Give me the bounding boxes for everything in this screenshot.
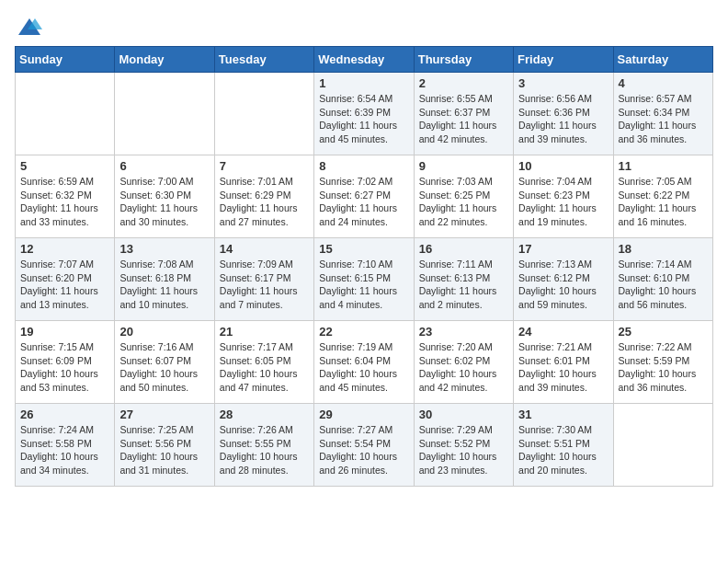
day-info: Sunrise: 7:03 AMSunset: 6:25 PMDaylight:… (419, 175, 508, 229)
day-info: Sunrise: 6:54 AMSunset: 6:39 PMDaylight:… (319, 92, 408, 146)
day-number: 26 (20, 408, 109, 421)
day-info: Sunrise: 7:05 AMSunset: 6:22 PMDaylight:… (619, 175, 708, 229)
day-info: Sunrise: 7:19 AMSunset: 6:04 PMDaylight:… (319, 340, 408, 395)
day-number: 27 (119, 408, 209, 421)
day-number: 22 (319, 325, 408, 339)
day-info: Sunrise: 7:08 AMSunset: 6:18 PMDaylight:… (119, 258, 209, 312)
day-cell: 6Sunrise: 7:00 AMSunset: 6:30 PMDaylight… (115, 155, 214, 238)
day-number: 30 (419, 408, 508, 421)
day-cell (214, 73, 313, 155)
day-info: Sunrise: 7:13 AMSunset: 6:12 PMDaylight:… (518, 258, 608, 312)
day-number: 31 (518, 408, 608, 421)
day-number: 23 (419, 325, 508, 339)
day-number: 24 (518, 325, 608, 339)
day-number: 17 (518, 242, 608, 256)
weekday-header-friday: Friday (514, 47, 613, 73)
day-cell: 18Sunrise: 7:14 AMSunset: 6:10 PMDayligh… (613, 238, 712, 321)
day-cell: 24Sunrise: 7:21 AMSunset: 6:01 PMDayligh… (514, 321, 613, 404)
day-number: 25 (619, 325, 708, 339)
day-info: Sunrise: 6:59 AMSunset: 6:32 PMDaylight:… (20, 175, 109, 229)
day-info: Sunrise: 7:25 AMSunset: 5:56 PMDaylight:… (119, 423, 209, 477)
day-number: 29 (319, 408, 408, 421)
calendar: SundayMondayTuesdayWednesdayThursdayFrid… (15, 46, 713, 487)
day-info: Sunrise: 7:15 AMSunset: 6:09 PMDaylight:… (20, 340, 109, 395)
day-info: Sunrise: 6:55 AMSunset: 6:37 PMDaylight:… (419, 92, 508, 146)
day-info: Sunrise: 7:24 AMSunset: 5:58 PMDaylight:… (20, 423, 109, 477)
day-number: 4 (619, 76, 708, 90)
day-cell: 8Sunrise: 7:02 AMSunset: 6:27 PMDaylight… (314, 155, 414, 238)
day-info: Sunrise: 7:20 AMSunset: 6:02 PMDaylight:… (419, 340, 508, 395)
day-info: Sunrise: 7:02 AMSunset: 6:27 PMDaylight:… (319, 175, 408, 229)
day-number: 20 (119, 325, 209, 339)
weekday-header-wednesday: Wednesday (314, 47, 414, 73)
day-cell: 14Sunrise: 7:09 AMSunset: 6:17 PMDayligh… (214, 238, 313, 321)
week-row-4: 19Sunrise: 7:15 AMSunset: 6:09 PMDayligh… (16, 321, 713, 404)
week-row-2: 5Sunrise: 6:59 AMSunset: 6:32 PMDaylight… (16, 155, 713, 238)
day-cell: 5Sunrise: 6:59 AMSunset: 6:32 PMDaylight… (16, 155, 115, 238)
day-cell: 4Sunrise: 6:57 AMSunset: 6:34 PMDaylight… (613, 73, 712, 155)
day-number: 16 (419, 242, 508, 256)
day-cell: 3Sunrise: 6:56 AMSunset: 6:36 PMDaylight… (514, 73, 613, 155)
header (15, 15, 713, 37)
day-cell: 21Sunrise: 7:17 AMSunset: 6:05 PMDayligh… (214, 321, 313, 404)
day-info: Sunrise: 7:07 AMSunset: 6:20 PMDaylight:… (20, 258, 109, 312)
day-info: Sunrise: 7:01 AMSunset: 6:29 PMDaylight:… (220, 175, 309, 229)
day-number: 9 (419, 159, 508, 173)
day-number: 6 (119, 159, 209, 173)
day-info: Sunrise: 7:26 AMSunset: 5:55 PMDaylight:… (220, 423, 309, 477)
day-info: Sunrise: 7:17 AMSunset: 6:05 PMDaylight:… (220, 340, 309, 395)
weekday-header-saturday: Saturday (613, 47, 712, 73)
day-info: Sunrise: 7:22 AMSunset: 5:59 PMDaylight:… (619, 340, 708, 395)
logo (15, 15, 42, 37)
day-cell: 13Sunrise: 7:08 AMSunset: 6:18 PMDayligh… (115, 238, 214, 321)
day-info: Sunrise: 7:21 AMSunset: 6:01 PMDaylight:… (518, 340, 608, 395)
day-cell: 17Sunrise: 7:13 AMSunset: 6:12 PMDayligh… (514, 238, 613, 321)
day-cell: 20Sunrise: 7:16 AMSunset: 6:07 PMDayligh… (115, 321, 214, 404)
day-number: 19 (20, 325, 109, 339)
day-cell (115, 73, 214, 155)
weekday-header-sunday: Sunday (16, 47, 115, 73)
day-number: 11 (619, 159, 708, 173)
day-number: 7 (220, 159, 309, 173)
day-cell: 12Sunrise: 7:07 AMSunset: 6:20 PMDayligh… (16, 238, 115, 321)
week-row-3: 12Sunrise: 7:07 AMSunset: 6:20 PMDayligh… (16, 238, 713, 321)
day-number: 3 (518, 76, 608, 90)
day-cell: 22Sunrise: 7:19 AMSunset: 6:04 PMDayligh… (314, 321, 414, 404)
day-info: Sunrise: 7:16 AMSunset: 6:07 PMDaylight:… (119, 340, 209, 395)
day-number: 21 (220, 325, 309, 339)
day-number: 18 (619, 242, 708, 256)
day-cell: 19Sunrise: 7:15 AMSunset: 6:09 PMDayligh… (16, 321, 115, 404)
weekday-header-tuesday: Tuesday (214, 47, 313, 73)
day-cell: 26Sunrise: 7:24 AMSunset: 5:58 PMDayligh… (16, 404, 115, 487)
logo-icon (17, 15, 42, 40)
day-cell: 31Sunrise: 7:30 AMSunset: 5:51 PMDayligh… (514, 404, 613, 487)
day-number: 2 (419, 76, 508, 90)
day-cell: 11Sunrise: 7:05 AMSunset: 6:22 PMDayligh… (613, 155, 712, 238)
day-cell: 29Sunrise: 7:27 AMSunset: 5:54 PMDayligh… (314, 404, 414, 487)
day-cell: 23Sunrise: 7:20 AMSunset: 6:02 PMDayligh… (414, 321, 513, 404)
week-row-1: 1Sunrise: 6:54 AMSunset: 6:39 PMDaylight… (16, 73, 713, 155)
day-info: Sunrise: 7:00 AMSunset: 6:30 PMDaylight:… (119, 175, 209, 229)
weekday-header-row: SundayMondayTuesdayWednesdayThursdayFrid… (16, 47, 713, 73)
day-info: Sunrise: 7:09 AMSunset: 6:17 PMDaylight:… (220, 258, 309, 312)
day-cell: 7Sunrise: 7:01 AMSunset: 6:29 PMDaylight… (214, 155, 313, 238)
day-info: Sunrise: 7:04 AMSunset: 6:23 PMDaylight:… (518, 175, 608, 229)
day-info: Sunrise: 6:56 AMSunset: 6:36 PMDaylight:… (518, 92, 608, 146)
day-cell: 2Sunrise: 6:55 AMSunset: 6:37 PMDaylight… (414, 73, 513, 155)
day-info: Sunrise: 7:10 AMSunset: 6:15 PMDaylight:… (319, 258, 408, 312)
day-cell: 15Sunrise: 7:10 AMSunset: 6:15 PMDayligh… (314, 238, 414, 321)
day-number: 1 (319, 76, 408, 90)
weekday-header-thursday: Thursday (414, 47, 513, 73)
day-info: Sunrise: 7:30 AMSunset: 5:51 PMDaylight:… (518, 423, 608, 477)
day-cell: 1Sunrise: 6:54 AMSunset: 6:39 PMDaylight… (314, 73, 414, 155)
day-cell (613, 404, 712, 487)
day-number: 28 (220, 408, 309, 421)
day-number: 12 (20, 242, 109, 256)
day-cell: 25Sunrise: 7:22 AMSunset: 5:59 PMDayligh… (613, 321, 712, 404)
day-cell: 9Sunrise: 7:03 AMSunset: 6:25 PMDaylight… (414, 155, 513, 238)
day-number: 15 (319, 242, 408, 256)
day-cell (16, 73, 115, 155)
day-info: Sunrise: 7:14 AMSunset: 6:10 PMDaylight:… (619, 258, 708, 312)
weekday-header-monday: Monday (115, 47, 214, 73)
day-info: Sunrise: 7:27 AMSunset: 5:54 PMDaylight:… (319, 423, 408, 477)
